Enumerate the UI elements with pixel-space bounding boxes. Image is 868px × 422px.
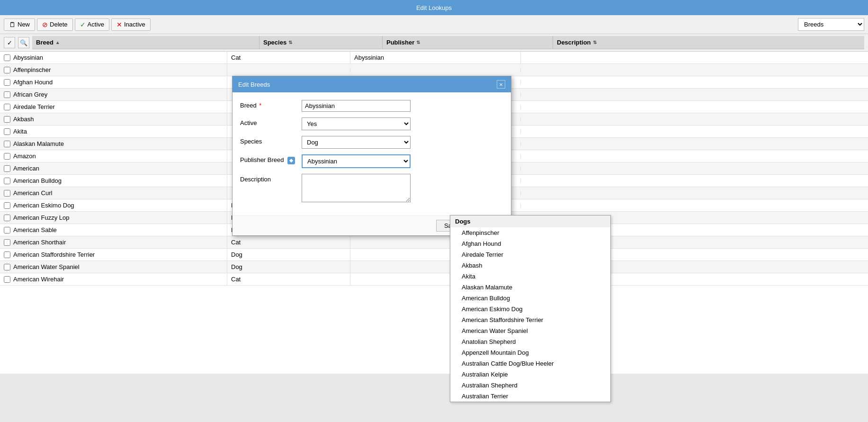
dropdown-item[interactable]: Afghan Hound (450, 238, 610, 249)
table-row[interactable]: Abyssinian Cat Abyssinian (0, 52, 868, 64)
dropdown-item[interactable]: Anatolian Shepherd (450, 336, 610, 347)
breed-value: American Curl (13, 189, 52, 197)
dropdown-item[interactable]: Akbash (450, 260, 610, 271)
dropdown-item[interactable]: Australian Kelpie (450, 369, 610, 374)
breed-value: Amazon (13, 153, 36, 160)
breed-col-label: Breed (36, 39, 54, 46)
publisher-breed-dropdown[interactable]: Dogs AffenpinscherAfghan HoundAiredale T… (450, 215, 611, 374)
publisher-breed-row: Publisher Breed ◆ Abyssinian (240, 154, 503, 168)
row-checkbox[interactable] (4, 227, 10, 233)
table-row[interactable]: American Staffordshire Terrier Dog (0, 249, 868, 261)
table-row[interactable]: American Water Spaniel Dog (0, 261, 868, 273)
check-all-button[interactable]: ✓ (4, 37, 15, 48)
cell-description (521, 105, 868, 109)
required-star: * (259, 102, 261, 109)
cell-description (521, 203, 868, 208)
breed-row: Breed * (240, 100, 503, 112)
description-column-header[interactable]: Description ⇅ (553, 36, 864, 49)
cell-description (521, 80, 868, 85)
delete-button[interactable]: ⊘ Delete (37, 18, 73, 31)
row-checkbox[interactable] (4, 251, 10, 258)
row-checkbox[interactable] (4, 178, 10, 184)
cell-breed: Airedale Terrier (0, 101, 227, 113)
row-checkbox[interactable] (4, 116, 10, 123)
row-checkbox[interactable] (4, 104, 10, 110)
dropdown-item[interactable]: Akita (450, 271, 610, 282)
dropdown-item[interactable]: American Water Spaniel (450, 325, 610, 336)
species-select[interactable]: Dog Cat Rabbit Bird (302, 136, 411, 149)
breed-input[interactable] (302, 100, 411, 112)
publisher-breed-select[interactable]: Abyssinian (302, 154, 411, 168)
breed-column-header[interactable]: Breed ▲ (32, 36, 260, 49)
row-checkbox[interactable] (4, 54, 10, 61)
breed-value: American Shorthair (13, 239, 66, 246)
title-bar-label: Edit Lookups (416, 4, 452, 11)
description-field-label: Description (240, 174, 302, 183)
dropdown-item[interactable]: Australian Cattle Dog/Blue Heeler (450, 358, 610, 369)
row-checkbox[interactable] (4, 67, 10, 73)
species-column-header[interactable]: Species ⇅ (260, 36, 383, 49)
row-checkbox[interactable] (4, 91, 10, 98)
dropdown-item[interactable]: American Staffordshire Terrier (450, 314, 610, 325)
new-icon: 🗒 (9, 21, 16, 28)
new-label: New (18, 21, 30, 28)
cell-description (521, 55, 868, 60)
breed-value: American Bulldog (13, 177, 62, 184)
table-row[interactable]: American Shorthair Cat (0, 236, 868, 249)
description-textarea[interactable] (302, 174, 411, 202)
active-select[interactable]: Yes No (302, 117, 411, 130)
modal-body: Breed * Active Yes No Species Dog Cat (233, 92, 511, 215)
description-row: Description (240, 174, 503, 202)
cell-breed: American Curl (0, 187, 227, 199)
publisher-column-header[interactable]: Publisher ⇅ (383, 36, 553, 49)
cell-description (521, 129, 868, 134)
breed-sort-icon: ▲ (55, 40, 60, 45)
active-field-label: Active (240, 117, 302, 126)
breed-value: Airedale Terrier (13, 103, 55, 110)
dropdown-item[interactable]: Affenpinscher (450, 227, 610, 238)
row-checkbox[interactable] (4, 165, 10, 172)
dropdown-item[interactable]: American Bulldog (450, 293, 610, 304)
row-checkbox[interactable] (4, 239, 10, 246)
table-row[interactable]: Affenpinscher (0, 64, 868, 76)
search-button[interactable]: 🔍 (18, 37, 29, 48)
cell-breed: American Water Spaniel (0, 261, 227, 273)
inactive-button[interactable]: ✕ Inactive (111, 18, 151, 31)
check-icon: ✓ (7, 39, 12, 46)
dropdown-items-container: AffenpinscherAfghan HoundAiredale Terrie… (450, 227, 610, 374)
row-checkbox[interactable] (4, 264, 10, 270)
cell-description (521, 92, 868, 97)
row-checkbox[interactable] (4, 141, 10, 147)
dropdown-item[interactable]: Alaskan Malamute (450, 282, 610, 293)
active-row: Active Yes No (240, 117, 503, 130)
delete-icon: ⊘ (42, 21, 48, 28)
row-checkbox[interactable] (4, 153, 10, 160)
modal-close-button[interactable]: × (497, 80, 505, 89)
dropdown-item[interactable]: American Eskimo Dog (450, 304, 610, 314)
row-checkbox[interactable] (4, 215, 10, 221)
cell-species: Cat (227, 273, 350, 285)
breeds-dropdown[interactable]: Breeds Species Colors (798, 18, 864, 31)
modal-title-bar: Edit Breeds × (233, 76, 511, 92)
row-checkbox[interactable] (4, 202, 10, 209)
breed-value: American Wirehair (13, 276, 64, 283)
dropdown-item[interactable]: Airedale Terrier (450, 249, 610, 260)
row-checkbox[interactable] (4, 128, 10, 135)
breed-value: Affenpinscher (13, 66, 51, 73)
new-button[interactable]: 🗒 New (4, 18, 35, 31)
info-icon[interactable]: ◆ (287, 157, 295, 164)
row-checkbox[interactable] (4, 79, 10, 86)
dropdown-item[interactable]: Appenzell Mountain Dog (450, 347, 610, 358)
row-checkbox[interactable] (4, 190, 10, 197)
cell-breed: American Staffordshire Terrier (0, 249, 227, 260)
species-col-label: Species (263, 39, 286, 46)
cell-breed: American Sable (0, 224, 227, 236)
delete-label: Delete (50, 21, 68, 28)
close-icon: × (499, 81, 503, 88)
active-button[interactable]: ✓ Active (75, 18, 109, 31)
row-checkbox[interactable] (4, 276, 10, 283)
search-icon: 🔍 (20, 39, 27, 46)
breed-value: Abyssinian (13, 54, 43, 61)
table-row[interactable]: American Wirehair Cat (0, 273, 868, 286)
cell-breed: American Fuzzy Lop (0, 212, 227, 224)
